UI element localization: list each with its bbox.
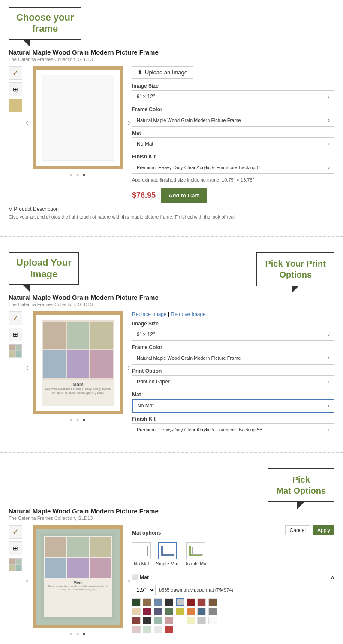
thumbnail-list-2: ✓ ⊞ [9,311,24,358]
grid-icon-1: ⊞ [13,86,18,93]
choose-frame-bubble: Choose your frame [9,7,81,40]
color-swatch-15[interactable] [208,608,217,615]
color-swatch-1[interactable] [143,598,151,606]
color-swatch-5[interactable] [187,598,195,606]
apply-btn-3[interactable]: Apply [313,525,334,535]
mat-section-label-3: ⬜ Mat [132,574,149,580]
color-swatch-7[interactable] [208,598,217,606]
mat-actions-3: Cancel Apply [285,525,334,535]
color-swatch-18[interactable] [154,617,162,624]
product-desc-toggle-1[interactable]: ∨ Product Description [9,206,334,212]
color-swatch-20[interactable] [176,617,184,624]
color-swatch-4[interactable] [176,598,184,606]
product-subtitle-1: The Caterina Frames Collection, GLD13 [9,57,334,62]
remove-image-link[interactable]: Remove Image [171,311,206,317]
frame-color-select-2[interactable]: Natural Maple Wood Grain Modern Picture … [132,352,334,365]
frame-preview-1: ‹ › ● ● ● [31,66,125,178]
thumb-collage-3[interactable] [9,558,22,571]
frame-nav-left-3[interactable]: ‹ [24,574,30,587]
finish-kit-label-2: Finish Kit [132,416,334,422]
frame-color-value-1: Natural Maple Wood Grain Modern Picture … [137,118,241,123]
frame-nav-left-1[interactable]: ‹ [24,115,30,128]
frame-color-value-2: Natural Maple Wood Grain Modern Picture … [137,355,241,361]
print-option-chevron-2: › [328,379,330,385]
color-swatch-23[interactable] [208,617,217,624]
thumb-frame-1[interactable] [9,99,22,112]
image-size-label-1: Image Size [132,83,334,89]
color-swatch-3[interactable] [165,598,173,606]
image-size-select-1[interactable]: 9" × 12" › [132,90,334,103]
frame-nav-left-2[interactable]: ‹ [24,360,30,374]
price-1: $76.95 [132,191,156,200]
finish-kit-value-2: Premium: Heavy-Duty Clear Acrylic & Foam… [137,427,262,432]
frame-nav-right-2[interactable]: › [126,360,132,374]
right-panel-2: Replace Image | Remove Image Image Size … [132,311,334,436]
print-options-bubble: Pick Your Print Options [256,252,334,286]
frame-inner-1 [42,75,114,161]
color-swatch-22[interactable] [197,617,206,624]
section-mat-options: Pick Mat Options Natural Maple Wood Grai… [0,461,343,644]
color-swatch-6[interactable] [197,598,206,606]
mat-select-1[interactable]: No Mat › [132,137,334,150]
color-swatch-16[interactable] [132,617,141,624]
finish-kit-select-1[interactable]: Premium: Heavy-Duty Clear Acrylic & Foam… [132,161,334,174]
color-swatch-13[interactable] [187,608,195,615]
color-swatch-14[interactable] [197,608,206,615]
product-title-1: Natural Maple Wood Grain Modern Picture … [9,49,334,56]
finish-kit-select-2[interactable]: Premium: Heavy-Duty Clear Acrylic & Foam… [132,423,334,436]
product-subtitle-2: The Caterina Frames Collection, GLD13 [9,302,334,307]
no-mat-icon [135,546,148,556]
thumb-grid-1[interactable]: ⊞ [9,82,22,96]
cancel-btn-3[interactable]: Cancel [285,525,310,535]
color-swatch-26[interactable] [154,626,162,633]
color-swatch-25[interactable] [143,626,151,633]
frame-color-chevron-2: › [328,355,330,361]
double-mat-label: Double Mat [184,561,208,566]
thumb-check-1[interactable]: ✓ [9,66,22,80]
color-swatch-8[interactable] [132,608,141,615]
color-swatch-27[interactable] [165,626,173,633]
color-swatch-9[interactable] [143,608,151,615]
color-swatch-10[interactable] [154,608,162,615]
mat-value-1: No Mat [137,141,153,147]
mat-size-select-3[interactable]: 1.5" 1.0" 2.0" [132,585,156,595]
double-mat-option[interactable]: Double Mat [184,542,208,566]
section-upload-image: Upload Your Image Pick Your Print Option… [0,245,343,443]
image-size-select-2[interactable]: 9" × 12" › [132,328,334,341]
replace-image-link[interactable]: Replace Image [132,311,167,317]
product-title-3: Natural Maple Wood Grain Modern Picture … [9,507,334,515]
frame-color-select-1[interactable]: Natural Maple Wood Grain Modern Picture … [132,114,334,127]
mat-collapse-icon: ∧ [331,574,334,580]
color-swatch-2[interactable] [154,598,162,606]
double-mat-box [186,542,205,559]
single-mat-option[interactable]: Single Mat [156,542,178,566]
print-option-select-2[interactable]: Print on Paper › [132,375,334,388]
section-choose-frame: Choose your frame Natural Maple Wood Gra… [0,0,343,227]
thumb-grid-3[interactable]: ⊞ [9,541,22,555]
frame-nav-right-3[interactable]: › [126,574,132,587]
image-size-chevron-2: › [328,331,330,337]
thumbnail-list-3: ✓ ⊞ [9,525,24,571]
dot-1: ● [70,172,74,178]
no-mat-option[interactable]: No Mat [132,542,151,566]
color-swatch-24[interactable] [132,626,141,633]
dot-2: ● [76,172,80,178]
frame-nav-right-1[interactable]: › [126,115,132,128]
thumb-collage-2[interactable] [9,344,22,358]
color-swatch-21[interactable] [187,617,195,624]
frame-color-label-2: Frame Color [132,344,334,350]
upload-image-btn-1[interactable]: ⬆ Upload an Image [132,66,193,79]
thumb-check-2[interactable]: ✓ [9,311,22,325]
image-links-2: Replace Image | Remove Image [132,311,334,317]
single-mat-label: Single Mat [156,561,178,566]
mat-select-2[interactable]: No Mat › [132,399,334,413]
color-swatch-0[interactable] [132,598,141,606]
color-swatch-17[interactable] [143,617,151,624]
thumb-grid-2[interactable]: ⊞ [9,328,22,341]
color-swatch-11[interactable] [165,608,173,615]
grid-icon-2: ⊞ [13,331,18,338]
color-swatch-19[interactable] [165,617,173,624]
thumb-check-3[interactable]: ✓ [9,525,22,539]
color-swatch-12[interactable] [176,608,184,615]
add-to-cart-btn-1[interactable]: Add to Cart [161,188,207,203]
